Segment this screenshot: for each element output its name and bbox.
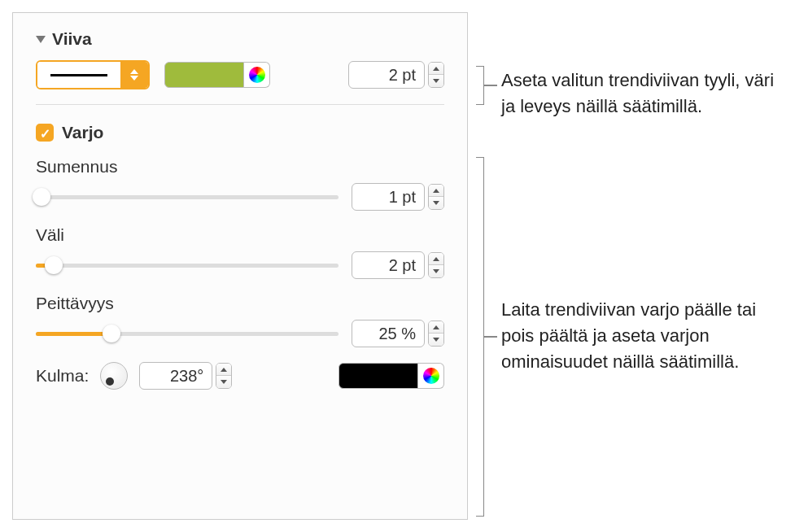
line-width-input[interactable]: 2 pt xyxy=(348,61,425,89)
offset-slider[interactable] xyxy=(36,255,339,275)
stepper-down-button[interactable] xyxy=(429,334,443,346)
checkmark-icon xyxy=(40,124,50,142)
slider-thumb[interactable] xyxy=(45,256,63,274)
angle-row: Kulma: 238° xyxy=(36,362,444,390)
stepper-up-button[interactable] xyxy=(429,63,443,75)
offset-label: Väli xyxy=(36,225,444,245)
line-color-control xyxy=(164,62,270,88)
opacity-input[interactable]: 25 % xyxy=(352,320,425,347)
shadow-checkbox[interactable] xyxy=(36,124,54,142)
slider-thumb[interactable] xyxy=(103,325,120,342)
opacity-field: 25 % xyxy=(352,320,444,347)
help-annotations: Aseta valitun trendiviivan tyyli, väri j… xyxy=(480,12,789,520)
stepper-down-button[interactable] xyxy=(216,376,231,388)
stepper-up-button[interactable] xyxy=(429,253,443,265)
line-color-well[interactable] xyxy=(164,62,244,88)
caret-down-icon xyxy=(221,380,227,384)
opacity-label: Peittävyys xyxy=(36,294,444,313)
blur-stepper[interactable] xyxy=(428,184,444,210)
offset-row: 2 pt xyxy=(36,251,444,279)
angle-indicator-icon xyxy=(106,377,114,386)
line-style-preview xyxy=(37,62,120,88)
stepper-down-button[interactable] xyxy=(429,197,443,209)
caret-down-icon xyxy=(433,201,439,205)
offset-field: 2 pt xyxy=(352,251,444,279)
line-help-callout: Aseta valitun trendiviivan tyyli, väri j… xyxy=(501,68,789,120)
caret-up-icon xyxy=(433,257,439,261)
blur-row: 1 pt xyxy=(36,183,444,211)
caret-up-icon xyxy=(433,67,439,71)
line-style-popup[interactable] xyxy=(36,60,150,89)
color-wheel-icon xyxy=(249,67,265,83)
bracket-icon xyxy=(476,157,484,517)
stepper-up-button[interactable] xyxy=(429,185,443,197)
shadow-help-callout: Laita trendiviivan varjo päälle tai pois… xyxy=(501,297,789,375)
caret-down-icon xyxy=(433,338,439,342)
line-section-header[interactable]: Viiva xyxy=(36,29,444,49)
bracket-connector-icon xyxy=(484,336,497,338)
angle-dial[interactable] xyxy=(100,362,128,390)
shadow-color-picker-button[interactable] xyxy=(418,363,444,389)
shadow-color-control xyxy=(339,363,444,389)
disclosure-triangle-icon xyxy=(36,36,46,43)
slider-thumb[interactable] xyxy=(33,188,50,206)
inspector-panel: Viiva 2 pt xyxy=(12,12,468,520)
stepper-down-button[interactable] xyxy=(429,75,443,87)
shadow-color-well[interactable] xyxy=(339,363,418,389)
line-width-field: 2 pt xyxy=(348,61,444,89)
caret-up-icon xyxy=(433,189,439,193)
line-sample-icon xyxy=(50,74,107,76)
line-color-picker-button[interactable] xyxy=(244,62,270,88)
opacity-row: 25 % xyxy=(36,320,444,347)
shadow-checkbox-row: Varjo xyxy=(36,123,444,142)
blur-input[interactable]: 1 pt xyxy=(352,183,425,211)
offset-stepper[interactable] xyxy=(428,252,444,278)
line-controls-row: 2 pt xyxy=(36,60,444,89)
stepper-up-button[interactable] xyxy=(216,364,231,376)
bracket-icon xyxy=(476,66,484,105)
angle-input[interactable]: 238° xyxy=(139,362,212,390)
caret-up-icon xyxy=(433,325,439,329)
bracket-connector-icon xyxy=(484,85,497,86)
color-wheel-icon xyxy=(423,368,439,384)
offset-input[interactable]: 2 pt xyxy=(352,251,425,279)
stepper-down-button[interactable] xyxy=(429,265,443,277)
blur-slider[interactable] xyxy=(36,187,339,207)
blur-label: Sumennus xyxy=(36,157,444,177)
caret-down-icon xyxy=(433,79,439,83)
opacity-stepper[interactable] xyxy=(428,321,444,347)
angle-stepper[interactable] xyxy=(216,363,232,389)
caret-up-icon xyxy=(221,368,227,372)
section-divider xyxy=(36,104,444,105)
stepper-up-button[interactable] xyxy=(429,321,443,334)
updown-caret-icon xyxy=(130,69,138,81)
line-width-stepper[interactable] xyxy=(428,62,444,88)
line-style-dropdown-button[interactable] xyxy=(120,62,148,88)
blur-field: 1 pt xyxy=(352,183,444,211)
line-section-title: Viiva xyxy=(52,29,92,49)
angle-label: Kulma: xyxy=(36,366,89,386)
opacity-slider[interactable] xyxy=(36,324,339,343)
caret-down-icon xyxy=(433,269,439,273)
shadow-section-title: Varjo xyxy=(62,123,103,142)
angle-field: 238° xyxy=(139,362,232,390)
